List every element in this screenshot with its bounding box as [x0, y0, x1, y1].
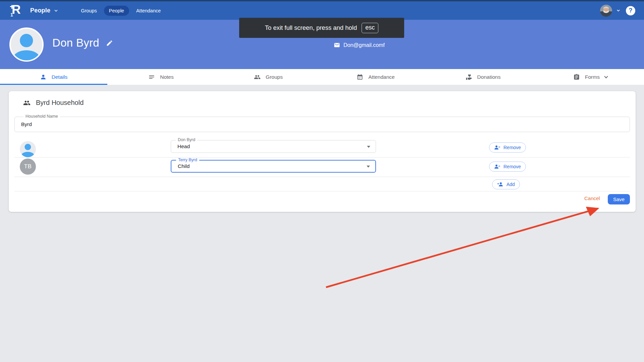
- toast-message: To exit full screen, press and hold: [265, 24, 357, 32]
- household-name-field[interactable]: Household Name Byrd: [14, 117, 630, 132]
- app-context-menu[interactable]: People: [30, 7, 58, 14]
- account-chevron-down-icon[interactable]: [616, 8, 621, 13]
- nav-item-people[interactable]: People: [104, 6, 129, 16]
- top-navbar: R 1 People Groups People Attendance ?: [0, 1, 644, 20]
- tab-notes[interactable]: Notes: [107, 69, 215, 85]
- user-avatar[interactable]: [600, 5, 612, 17]
- edit-pencil-icon[interactable]: [106, 40, 113, 47]
- envelope-icon: [334, 42, 340, 48]
- chevron-down-icon: [54, 8, 58, 13]
- fullscreen-toast: To exit full screen, press and hold esc: [239, 18, 404, 38]
- calendar-icon: [357, 74, 363, 80]
- primary-nav: Groups People Attendance: [76, 6, 166, 16]
- member-role-select-terry[interactable]: Terry Byrd Child: [171, 160, 376, 173]
- save-button[interactable]: Save: [608, 194, 630, 204]
- profile-avatar[interactable]: [9, 27, 44, 62]
- household-card: Byrd Household Household Name Byrd Don B…: [9, 91, 636, 212]
- household-name-value: Byrd: [21, 121, 32, 127]
- people-icon: [254, 74, 261, 80]
- email-value: Don@gmail.comf: [343, 42, 385, 48]
- tab-groups[interactable]: Groups: [215, 69, 322, 85]
- help-icon[interactable]: ?: [626, 6, 635, 15]
- tab-details[interactable]: Details: [0, 69, 107, 85]
- user-photo: [600, 5, 612, 17]
- email-row[interactable]: Don@gmail.comf: [334, 42, 385, 48]
- member-role-select-don[interactable]: Don Byrd Head: [171, 140, 376, 153]
- remove-member-button-don[interactable]: Remove: [489, 142, 526, 153]
- person-remove-icon: [494, 144, 500, 151]
- member-role-value: Child: [178, 163, 190, 169]
- member-avatar-initials: TB: [20, 159, 36, 175]
- footer-divider: [14, 191, 630, 191]
- member-role-value: Head: [177, 143, 190, 149]
- card-title: Byrd Household: [36, 99, 84, 107]
- hand-heart-icon: [466, 74, 472, 80]
- household-people-icon: [23, 99, 31, 107]
- person-icon: [40, 74, 47, 80]
- row-divider: [14, 177, 630, 177]
- member-avatar: [20, 141, 36, 157]
- member-name-label: Terry Byrd: [176, 158, 199, 162]
- app-logo-icon[interactable]: R 1: [9, 3, 23, 18]
- member-name-label: Don Byrd: [176, 137, 197, 142]
- esc-key-badge: esc: [362, 23, 378, 33]
- tab-attendance[interactable]: Attendance: [322, 69, 429, 85]
- person-silhouette-icon: [11, 29, 42, 60]
- tab-donations[interactable]: Donations: [429, 69, 537, 85]
- add-member-button[interactable]: Add: [492, 179, 520, 189]
- person-add-icon: [497, 181, 503, 188]
- dropdown-arrow-icon: [367, 166, 370, 168]
- remove-member-button-terry[interactable]: Remove: [489, 162, 526, 172]
- clipboard-icon: [573, 74, 580, 80]
- household-name-label: Household Name: [23, 114, 60, 119]
- notes-icon: [148, 74, 155, 80]
- person-silhouette-icon: [20, 141, 36, 157]
- tab-forms[interactable]: Forms: [537, 69, 644, 85]
- chevron-down-icon: [604, 74, 608, 78]
- profile-tabbar: Details Notes Groups Attendance Donation…: [0, 69, 644, 85]
- page-title: Don Byrd: [52, 37, 99, 49]
- nav-item-attendance[interactable]: Attendance: [131, 6, 166, 16]
- nav-item-groups[interactable]: Groups: [76, 6, 102, 16]
- cancel-button[interactable]: Cancel: [584, 195, 600, 201]
- row-divider: [14, 157, 630, 158]
- dropdown-arrow-icon: [367, 146, 370, 148]
- person-remove-icon: [494, 164, 500, 170]
- app-context-label: People: [30, 7, 50, 14]
